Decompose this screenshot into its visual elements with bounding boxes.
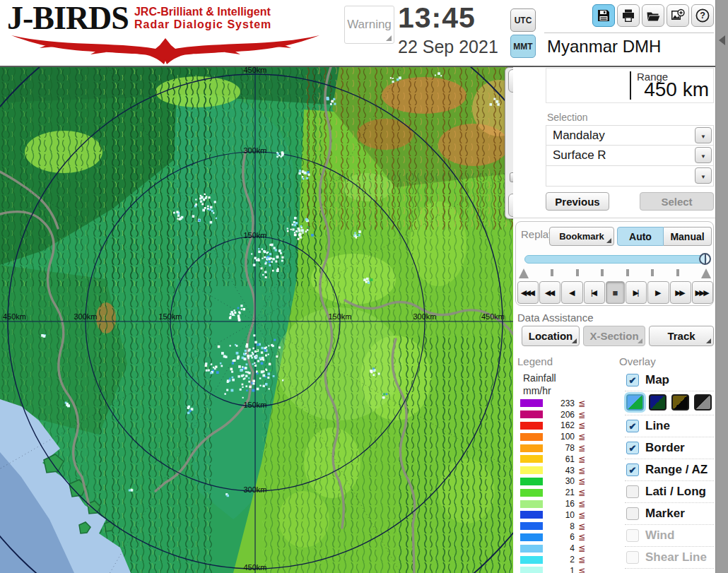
selection-field-3[interactable]: ▼ [546,166,714,187]
open-folder-button[interactable] [642,4,664,27]
map-style-buttons [625,391,714,415]
legend-threshold-value: 233 [543,398,575,408]
legend-color-swatch [520,533,543,541]
replay-slider-thumb[interactable] [699,253,711,265]
overlay-row-lati-long: Lati / Long [625,480,714,502]
replay-step-forward-button[interactable]: ▶| [626,281,647,304]
checkbox-border[interactable]: ✔ [626,442,639,454]
checkbox-lati-long[interactable] [626,485,639,498]
save-button[interactable] [592,4,615,27]
legend-color-swatch [520,500,543,508]
leq-symbol: ≦ [575,398,585,408]
dropdown-arrow-button[interactable]: ▼ [695,167,712,184]
replay-forward-button[interactable]: ▶▶ [670,281,691,304]
selection-field-2[interactable]: Surface R▼ [546,146,714,166]
clock-time: 13:45 [398,1,507,35]
range-ring-label: 450km [243,563,266,572]
replay-forward-fast-button[interactable]: ▶▶▶ [692,281,713,304]
chevron-down-icon: ▼ [700,174,706,180]
warning-button[interactable]: Warning [344,6,394,44]
slider-tick [626,269,629,276]
add-image-button[interactable] [667,4,689,27]
overlay-row-microburst: Microburst [625,568,714,573]
manual-mode-button[interactable]: Manual [664,227,712,246]
data-assistance-track-button[interactable]: Track [649,326,714,346]
legend-row: 4≦ [520,543,585,554]
legend-color-swatch [520,545,543,553]
overlay-checkbox-list: ✔Map✔Line✔Border✔Range / AZLati / LongMa… [625,370,714,573]
rainfall-legend: 233≦206≦162≦100≦78≦61≦43≦30≦21≦16≦10≦8≦6… [520,398,585,573]
legend-row: 8≦ [520,521,585,532]
checkbox-line[interactable]: ✔ [626,420,639,432]
dropdown-arrow-button[interactable]: ▼ [695,127,712,143]
leq-symbol: ≦ [575,566,585,573]
range-divider [630,71,631,100]
chevron-down-icon: ▼ [700,153,706,160]
leq-symbol: ≦ [575,532,585,542]
legend-threshold-value: 100 [543,432,575,442]
help-icon: ? [695,8,710,23]
leq-symbol: ≦ [575,543,585,553]
previous-button[interactable]: Previous [546,192,609,211]
replay-step-back-button[interactable]: |◀ [584,281,605,304]
overlay-item-label: Map [645,373,669,387]
map-style-terrain-button[interactable] [626,394,644,410]
replay-play-button[interactable]: ▶ [647,281,669,304]
map-style-grayscale-button[interactable] [694,394,712,410]
logo-tagline: JRC-Brilliant & Intelligent Radar Dialog… [134,6,271,31]
replay-stop-button[interactable]: ■ [606,281,625,304]
overlay-row-marker: Marker [625,502,714,524]
map-style-olive-button[interactable] [671,394,689,410]
checkbox-wind [626,529,639,542]
auto-mode-button[interactable]: Auto [617,227,664,246]
replay-play-reverse-button[interactable]: ◀ [561,281,582,304]
selection-field-1[interactable]: Mandalay▼ [546,125,714,146]
replay-rewind-button[interactable]: ◀◀ [539,281,560,304]
replay-rewind-fast-button[interactable]: ◀◀◀ [517,281,539,304]
checkbox-map[interactable]: ✔ [626,374,639,386]
legend-color-swatch [520,433,543,441]
slider-start-marker[interactable] [519,268,529,278]
legend-row: 2≦ [520,554,585,565]
legend-row: 78≦ [520,442,585,454]
panel-collapse-strip[interactable] [715,0,728,573]
data-assistance-location-button[interactable]: Location [522,326,580,346]
legend-row: 206≦ [520,409,585,420]
leq-symbol: ≦ [575,443,585,453]
range-ring-label: 300km [243,146,266,155]
legend-row: 10≦ [520,509,585,521]
leq-symbol: ≦ [575,454,585,464]
legend-color-swatch [520,478,543,485]
header-bar: J-BIRDS JRC-Brilliant & Intelligent Rada… [0,0,728,67]
dropdown-arrow-button[interactable]: ▼ [695,147,712,163]
leq-symbol: ≦ [575,432,585,442]
legend-row: 100≦ [520,431,585,442]
legend-color-swatch [520,489,543,497]
legend-row: 43≦ [520,465,585,476]
leq-symbol: ≦ [575,488,585,497]
legend-threshold-value: 30 [543,476,575,486]
replay-transport-buttons: ◀◀◀◀◀◀|◀■▶|▶▶▶▶▶▶ [517,281,713,304]
overlay-item-label: Wind [645,528,674,543]
replay-slider-track[interactable] [524,255,707,264]
overlay-item-label: Shear Line [645,550,707,565]
slider-end-marker[interactable] [701,268,711,278]
legend-threshold-value: 61 [543,454,575,464]
toolbar-separator [544,33,714,33]
help-button[interactable]: ? [691,4,714,27]
checkbox-shear-line [626,551,639,564]
checkbox-range-az[interactable]: ✔ [626,463,639,476]
legend-threshold-value: 1 [543,566,575,573]
radar-map-display[interactable]: 450km300km150km150km300km450km450km300km… [0,67,513,573]
check-icon: ✔ [629,422,637,431]
map-style-dark-terrain-button[interactable] [649,394,667,410]
utc-button[interactable]: UTC [510,8,536,32]
selection-field-value: Surface R [546,148,606,163]
open-folder-icon [646,8,660,23]
print-button[interactable] [617,4,640,27]
add-image-icon [670,8,686,23]
mmt-button[interactable]: MMT [510,35,536,58]
legend-row: 6≦ [520,532,585,543]
checkbox-marker[interactable] [626,507,639,520]
bookmark-button[interactable]: Bookmark [549,227,614,246]
